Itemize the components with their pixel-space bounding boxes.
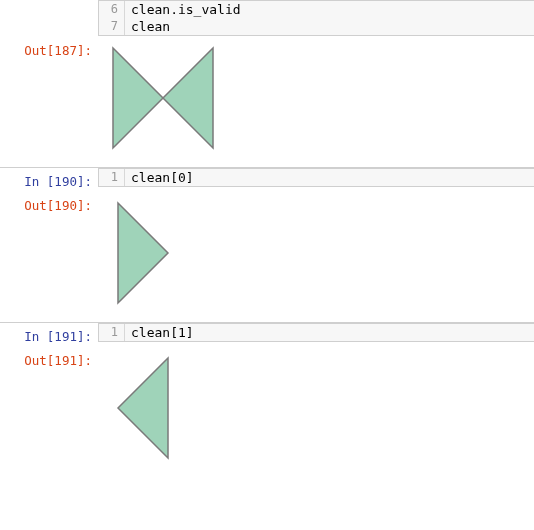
output-area: [98, 192, 534, 322]
output-cell: Out[187]:: [0, 36, 534, 167]
bowtie-shape-icon: [108, 43, 218, 153]
out-num: 190: [54, 198, 77, 213]
prompt-empty: [0, 0, 98, 5]
output-area: [98, 347, 534, 477]
code-text: clean[0]: [125, 169, 194, 186]
line-number: 1: [99, 324, 125, 341]
code-line: 1 clean[0]: [99, 169, 534, 186]
input-cell: In [191]: 1 clean[1]: [0, 322, 534, 346]
out-word: Out: [24, 353, 47, 368]
code-line: 6 clean.is_valid: [99, 1, 534, 18]
input-cell: In [190]: 1 clean[0]: [0, 167, 534, 191]
svg-marker-1: [163, 48, 213, 148]
code-cell-tail: 6 clean.is_valid 7 clean: [0, 0, 534, 36]
out-prompt: Out[191]:: [0, 347, 98, 370]
in-prompt: In [191]:: [0, 323, 98, 346]
code-text: clean: [125, 18, 170, 35]
in-word: In: [24, 329, 47, 344]
output-cell: Out[191]:: [0, 346, 534, 477]
triangle-right-icon: [108, 198, 178, 308]
out-num: 191: [54, 353, 77, 368]
output-area: [98, 37, 534, 167]
code-text: clean[1]: [125, 324, 194, 341]
in-prompt: In [190]:: [0, 168, 98, 191]
output-cell: Out[190]:: [0, 191, 534, 322]
out-prompt: Out[187]:: [0, 37, 98, 60]
out-word: Out: [24, 43, 47, 58]
in-num: 190: [54, 174, 77, 189]
svg-marker-3: [118, 358, 168, 458]
code-text: clean.is_valid: [125, 1, 241, 18]
code-line: 1 clean[1]: [99, 324, 534, 341]
line-number: 1: [99, 169, 125, 186]
line-number: 7: [99, 18, 125, 35]
in-num: 191: [54, 329, 77, 344]
out-num: 187: [54, 43, 77, 58]
svg-marker-2: [118, 203, 168, 303]
out-word: Out: [24, 198, 47, 213]
out-prompt: Out[190]:: [0, 192, 98, 215]
code-area[interactable]: 6 clean.is_valid 7 clean: [98, 0, 534, 36]
code-area[interactable]: 1 clean[0]: [98, 168, 534, 187]
line-number: 6: [99, 1, 125, 18]
code-line: 7 clean: [99, 18, 534, 35]
code-area[interactable]: 1 clean[1]: [98, 323, 534, 342]
triangle-left-icon: [108, 353, 178, 463]
svg-marker-0: [113, 48, 163, 148]
in-word: In: [24, 174, 47, 189]
